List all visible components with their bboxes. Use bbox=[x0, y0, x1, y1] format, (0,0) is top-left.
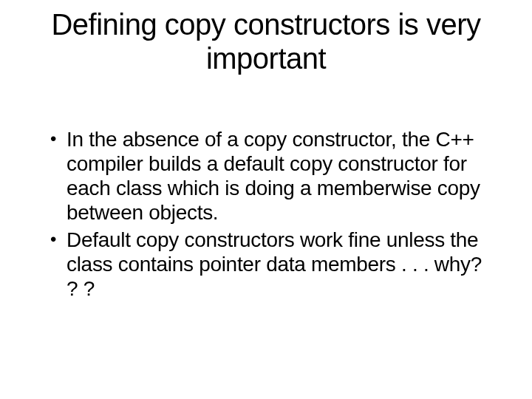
slide-title: Defining copy constructors is very impor… bbox=[37, 7, 495, 75]
list-item: Default copy constructors work fine unle… bbox=[50, 228, 495, 301]
bullet-list: In the absence of a copy constructor, th… bbox=[37, 127, 495, 301]
list-item: In the absence of a copy constructor, th… bbox=[50, 127, 495, 225]
